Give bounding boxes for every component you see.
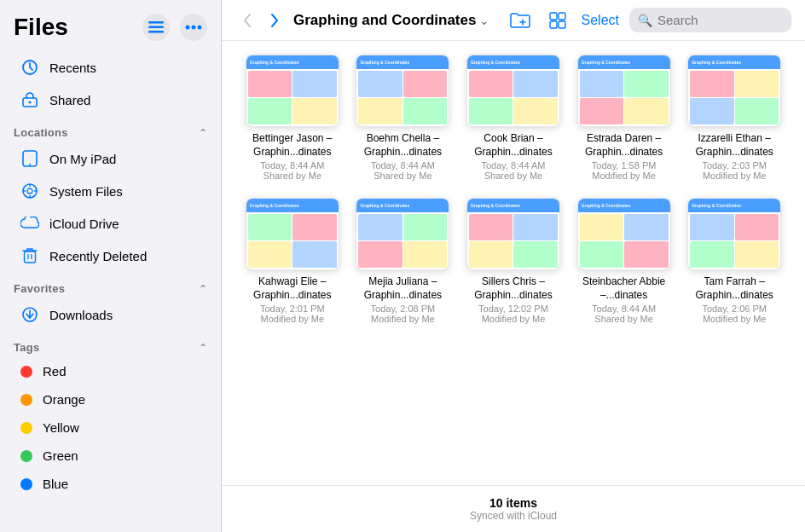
recents-icon <box>20 58 39 77</box>
preview-cell <box>248 241 292 268</box>
search-input[interactable] <box>657 13 805 27</box>
sidebar-item-recents[interactable]: Recents <box>7 51 214 84</box>
back-icon <box>243 13 252 28</box>
svg-rect-1 <box>148 26 164 29</box>
file-preview-header: Graphing & Coordinates <box>578 199 670 212</box>
file-preview-header-text: Graphing & Coordinates <box>582 60 631 65</box>
preview-cell <box>735 241 779 268</box>
forward-button[interactable] <box>263 9 287 32</box>
sidebar-item-on-my-ipad[interactable]: On My iPad <box>7 142 214 175</box>
file-item[interactable]: Graphing & CoordinatesKahwagi Elie – Gra… <box>242 198 343 324</box>
file-item[interactable]: Graphing & CoordinatesEstrada Daren – Gr… <box>574 55 675 181</box>
sidebar-item-tag-yellow[interactable]: Yellow <box>7 413 214 442</box>
new-folder-button[interactable] <box>507 7 534 34</box>
file-date: Today, 8:44 AM <box>356 160 449 171</box>
file-status: Modified by Me <box>577 171 671 181</box>
breadcrumb-chevron-icon: ⌄ <box>479 14 489 27</box>
file-preview-header: Graphing & Coordinates <box>246 55 339 69</box>
sidebar-item-recently-deleted[interactable]: Recently Deleted <box>7 240 214 272</box>
locations-title: Locations <box>14 126 68 139</box>
preview-cell <box>292 241 337 268</box>
sidebar-item-icloud-drive[interactable]: iCloud Drive <box>7 207 214 240</box>
file-preview: Graphing & Coordinates <box>356 55 449 126</box>
tag-yellow-dot <box>20 422 32 434</box>
file-thumbnail: Graphing & Coordinates <box>246 198 339 270</box>
file-item[interactable]: Graphing & CoordinatesSillers Chris – Gr… <box>463 198 564 324</box>
file-preview-header: Graphing & Coordinates <box>356 199 449 212</box>
svg-point-4 <box>192 26 196 30</box>
file-item[interactable]: Graphing & CoordinatesCook Brian – Graph… <box>463 55 564 181</box>
file-status: Shared by Me <box>466 171 560 181</box>
preview-cell <box>735 71 779 97</box>
sidebar-item-downloads[interactable]: Downloads <box>7 298 214 331</box>
more-icon <box>185 25 202 30</box>
file-status: Modified by Me <box>466 314 560 324</box>
sidebar-item-tag-blue[interactable]: Blue <box>7 470 214 498</box>
grid-view-button[interactable] <box>544 7 571 34</box>
tag-orange-label: Orange <box>43 392 85 407</box>
sidebar-item-system-files[interactable]: System Files <box>7 175 214 207</box>
preview-cell <box>469 214 513 240</box>
preview-cell <box>469 98 513 124</box>
file-date: Today, 2:01 PM <box>246 304 339 314</box>
sidebar-toggle-button[interactable] <box>142 14 170 41</box>
svg-rect-2 <box>148 31 164 33</box>
on-my-ipad-label: On My iPad <box>49 152 116 166</box>
file-info: Bettinger Jason – Graphin...dinatesToday… <box>246 132 339 181</box>
file-name: Bettinger Jason – Graphin...dinates <box>246 132 339 159</box>
file-item[interactable]: Graphing & CoordinatesMejia Juliana – Gr… <box>353 198 454 324</box>
file-thumbnail: Graphing & Coordinates <box>356 198 449 270</box>
preview-cell <box>690 98 734 124</box>
file-date: Today, 8:44 AM <box>246 160 339 171</box>
preview-cell <box>403 241 448 268</box>
more-options-button[interactable] <box>180 14 207 41</box>
file-item[interactable]: Graphing & CoordinatesSteinbacher Abbie … <box>574 198 675 324</box>
toolbar: Graphing and Coordinates ⌄ <box>222 0 805 41</box>
shared-icon <box>20 90 39 109</box>
file-name: Estrada Daren – Graphin...dinates <box>577 132 671 159</box>
file-preview: Graphing & Coordinates <box>467 55 559 126</box>
file-date: Today, 2:03 PM <box>687 160 781 171</box>
file-thumbnail: Graphing & Coordinates <box>577 198 671 270</box>
footer-item-count: 10 items <box>232 496 795 510</box>
file-preview-body <box>246 212 339 269</box>
back-button[interactable] <box>235 9 259 32</box>
svg-rect-24 <box>550 13 557 20</box>
sidebar: Files <box>0 0 222 532</box>
icloud-drive-label: iCloud Drive <box>49 217 119 231</box>
sidebar-item-tag-red[interactable]: Red <box>7 357 214 385</box>
file-date: Today, 2:08 PM <box>356 304 449 314</box>
sidebar-item-tag-orange[interactable]: Orange <box>7 385 214 413</box>
tag-green-dot <box>20 450 32 462</box>
preview-cell <box>580 71 624 97</box>
file-item[interactable]: Graphing & CoordinatesTam Farrah – Graph… <box>684 198 785 324</box>
preview-cell <box>248 214 292 240</box>
preview-cell <box>513 241 558 268</box>
sidebar-item-shared[interactable]: Shared <box>7 84 214 116</box>
file-status: Modified by Me <box>246 314 339 324</box>
file-thumbnail: Graphing & Coordinates <box>356 55 449 127</box>
file-preview: Graphing & Coordinates <box>467 199 559 269</box>
preview-cell <box>292 214 337 240</box>
file-item[interactable]: Graphing & CoordinatesBettinger Jason – … <box>242 55 343 181</box>
new-folder-icon <box>510 12 530 29</box>
sidebar-item-tag-green[interactable]: Green <box>7 442 214 470</box>
file-status: Modified by Me <box>356 314 449 324</box>
svg-rect-25 <box>559 13 565 20</box>
tags-section-header: Tags ⌃ <box>0 331 221 357</box>
locations-chevron-icon: ⌃ <box>199 127 207 139</box>
svg-rect-27 <box>559 21 565 28</box>
favorites-section-header: Favorites ⌃ <box>0 272 221 298</box>
search-icon: 🔍 <box>638 14 652 27</box>
file-name: Steinbacher Abbie –...dinates <box>577 275 671 302</box>
select-button[interactable]: Select <box>582 13 619 28</box>
preview-cell <box>513 214 558 240</box>
file-status: Shared by Me <box>356 171 449 181</box>
file-item[interactable]: Graphing & CoordinatesBoehm Chella – Gra… <box>353 55 454 181</box>
file-thumbnail: Graphing & Coordinates <box>577 55 671 127</box>
ipad-icon <box>20 149 39 168</box>
file-item[interactable]: Graphing & CoordinatesIzzarelli Ethan – … <box>684 55 785 181</box>
file-preview-body <box>246 69 339 126</box>
file-preview-header: Graphing & Coordinates <box>246 199 339 212</box>
file-info: Mejia Juliana – Graphin...dinatesToday, … <box>356 275 449 324</box>
